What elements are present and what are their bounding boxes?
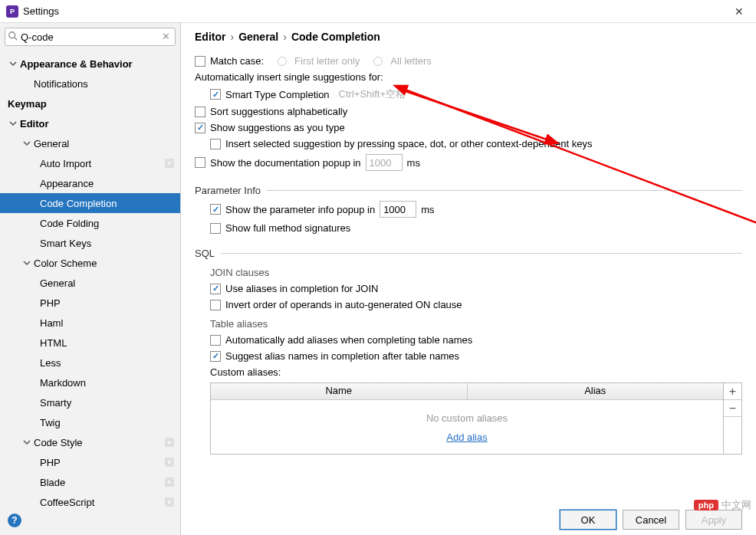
smart-type-checkbox[interactable]	[210, 89, 221, 100]
tree-item-label: Auto Import	[40, 158, 91, 169]
apply-button[interactable]: Apply	[685, 510, 742, 530]
tree-item-smart-keys[interactable]: Smart Keys	[0, 233, 180, 253]
cancel-button[interactable]: Cancel	[623, 510, 679, 530]
join-clauses-heading: JOIN clauses	[195, 267, 742, 278]
search-box: ✕	[5, 28, 176, 46]
tree-item-php[interactable]: PHP	[0, 452, 180, 472]
param-popup-post: ms	[421, 204, 434, 215]
tree-item-label: Markdown	[40, 377, 86, 389]
add-alias-link[interactable]: Add alias	[211, 432, 723, 443]
svg-rect-9	[167, 480, 172, 484]
sort-checkbox[interactable]	[195, 107, 205, 117]
col-alias: Alias	[468, 383, 724, 399]
parameter-info-heading: Parameter Info	[195, 185, 261, 196]
tree-item-html[interactable]: HTML	[0, 333, 180, 353]
tree-item-general[interactable]: General	[0, 133, 180, 153]
tree-item-label: Appearance & Behavior	[20, 58, 133, 70]
auto-insert-label: Automatically insert single suggestions …	[195, 71, 383, 83]
tree-item-coffeescript[interactable]: CoffeeScript	[0, 492, 180, 512]
full-sig-label: Show full method signatures	[225, 222, 350, 234]
clear-icon[interactable]: ✕	[162, 31, 173, 41]
chevron-down-icon	[8, 118, 18, 129]
smart-type-shortcut: Ctrl+Shift+空格	[339, 87, 406, 101]
tree-item-code-folding[interactable]: Code Folding	[0, 213, 180, 233]
show-doc-checkbox[interactable]	[195, 157, 205, 168]
show-doc-input[interactable]	[366, 154, 403, 171]
tree-item-label: HTML	[40, 337, 67, 349]
full-sig-checkbox[interactable]	[210, 223, 221, 234]
match-case-checkbox[interactable]	[195, 56, 205, 67]
auto-add-aliases-checkbox[interactable]	[210, 335, 221, 346]
tree-item-code-style[interactable]: Code Style	[0, 432, 180, 452]
show-as-type-label: Show suggestions as you type	[210, 122, 345, 133]
tree-item-label: Code Completion	[40, 198, 117, 209]
suggest-alias-checkbox[interactable]	[210, 351, 221, 362]
tree-item-blade[interactable]: Blade	[0, 472, 180, 492]
breadcrumb: Editor›General›Code Completion	[195, 31, 742, 43]
all-letters-label: All letters	[390, 55, 431, 67]
insert-selected-checkbox[interactable]	[210, 139, 221, 149]
tree-item-keymap[interactable]: Keymap	[0, 94, 180, 113]
scope-indicator-icon	[165, 497, 174, 507]
tree-item-label: PHP	[40, 297, 61, 309]
tree-item-label: Keymap	[8, 98, 47, 110]
show-as-type-checkbox[interactable]	[195, 123, 205, 133]
all-letters-radio[interactable]	[373, 57, 383, 66]
tree-item-general[interactable]: General	[0, 273, 180, 293]
content-panel: Editor›General›Code Completion Match cas…	[181, 23, 756, 535]
smart-type-label: Smart Type Completion	[225, 89, 330, 100]
title-bar: P Settings ✕	[0, 0, 756, 23]
tree-item-less[interactable]: Less	[0, 353, 180, 373]
tree-item-appearance-behavior[interactable]: Appearance & Behavior	[0, 54, 180, 74]
tree-item-auto-import[interactable]: Auto Import	[0, 153, 180, 173]
tree-item-label: Smart Keys	[40, 238, 91, 249]
tree-item-php[interactable]: PHP	[0, 293, 180, 313]
param-popup-input[interactable]	[380, 201, 416, 218]
remove-row-button[interactable]: −	[724, 400, 741, 417]
first-letter-radio[interactable]	[278, 57, 287, 66]
tree-item-color-scheme[interactable]: Color Scheme	[0, 253, 180, 273]
tree-item-label: CoffeeScript	[40, 497, 94, 508]
col-name: Name	[211, 383, 468, 399]
custom-aliases-label: Custom aliases:	[210, 366, 281, 378]
param-popup-pre: Show the parameter info popup in	[225, 204, 375, 215]
tree-item-label: Blade	[40, 477, 65, 488]
tree-item-label: Code Style	[34, 437, 83, 448]
window-title: Settings	[23, 5, 728, 17]
tree-item-label: Notifications	[34, 78, 88, 90]
chevron-down-icon	[8, 58, 18, 69]
scope-indicator-icon	[165, 159, 174, 168]
tree-item-twig[interactable]: Twig	[0, 412, 180, 432]
tree-item-editor[interactable]: Editor	[0, 113, 180, 133]
tree-item-appearance[interactable]: Appearance	[0, 173, 180, 193]
scope-indicator-icon	[165, 438, 174, 447]
first-letter-label: First letter only	[294, 55, 360, 67]
search-icon	[8, 31, 18, 41]
invert-order-checkbox[interactable]	[210, 300, 221, 310]
use-aliases-join-checkbox[interactable]	[210, 284, 221, 294]
show-doc-post: ms	[407, 157, 420, 169]
insert-selected-label: Insert selected suggestion by pressing s…	[225, 138, 592, 149]
match-case-label: Match case:	[210, 55, 264, 67]
invert-order-label: Invert order of operands in auto-generat…	[225, 299, 462, 310]
tree-item-label: Haml	[40, 317, 63, 329]
search-input[interactable]	[5, 28, 176, 46]
aliases-table: Name Alias No custom aliases Add alias	[210, 382, 724, 455]
close-button[interactable]: ✕	[728, 2, 750, 21]
svg-rect-5	[167, 440, 172, 445]
tree-item-markdown[interactable]: Markdown	[0, 373, 180, 392]
no-aliases-text: No custom aliases	[426, 412, 508, 424]
add-row-button[interactable]: +	[724, 383, 741, 400]
tree-item-notifications[interactable]: Notifications	[0, 74, 180, 94]
tree-item-smarty[interactable]: Smarty	[0, 392, 180, 412]
chevron-down-icon	[21, 258, 32, 268]
ok-button[interactable]: OK	[560, 510, 616, 530]
tree-item-code-completion[interactable]: Code Completion	[0, 193, 180, 213]
chevron-down-icon	[21, 437, 32, 448]
help-button[interactable]: ?	[8, 514, 21, 527]
tree-item-haml[interactable]: Haml	[0, 313, 180, 333]
use-aliases-join-label: Use aliases in completion for JOIN	[225, 283, 378, 294]
tree-item-label: Less	[40, 357, 61, 369]
tree-item-label: Smarty	[40, 397, 71, 409]
param-popup-checkbox[interactable]	[210, 204, 221, 215]
